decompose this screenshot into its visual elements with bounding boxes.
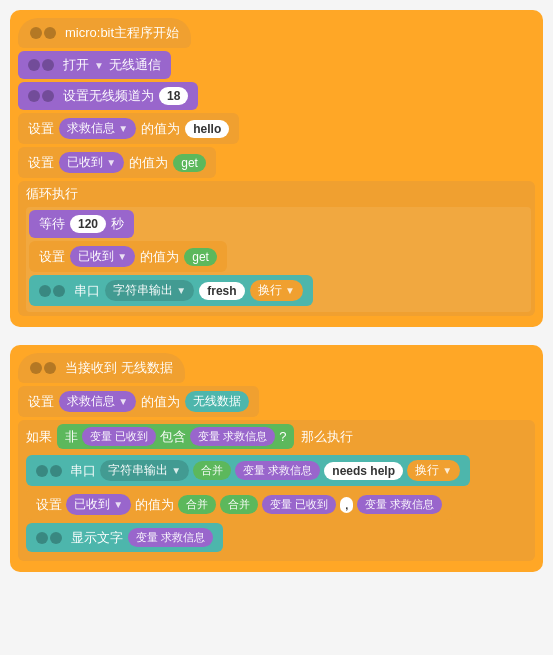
- output-dropdown2[interactable]: ▼: [171, 465, 181, 476]
- conn-dots: [36, 465, 62, 477]
- var-dropdown[interactable]: ▼: [106, 157, 116, 168]
- row1: 打开 ▼ 无线通信: [18, 51, 535, 79]
- loop-block: 循环执行 等待 120 秒 设置 已收到 ▼ 的值为: [18, 181, 535, 316]
- of-value-label2: 的值为: [135, 496, 174, 514]
- row4: 设置 已收到 ▼ 的值为 get: [18, 147, 535, 178]
- row2: 设置无线频道为 18: [18, 82, 535, 110]
- dot1: [30, 27, 42, 39]
- dot2: [42, 59, 54, 71]
- var2-pill: 变量 求救信息: [190, 427, 275, 446]
- section2: 当接收到 无线数据 设置 求救信息 ▼ 的值为 无线数据 如果 非 变量 已收到…: [10, 345, 543, 572]
- hat2-label: 当接收到 无线数据: [65, 359, 173, 377]
- set-received-block: 设置 已收到 ▼ 的值为 get: [18, 147, 216, 178]
- of-value-label: 的值为: [141, 393, 180, 411]
- set-received2-row: 设置 已收到 ▼ 的值为 合并 合并 变量 已收到 , 变量 求救信息: [26, 489, 531, 520]
- dot2: [53, 285, 65, 297]
- merge-label: 合并: [193, 461, 231, 480]
- wait-value: 120: [70, 215, 106, 233]
- newline2: 换行 ▼: [407, 460, 460, 481]
- fresh-value: fresh: [199, 282, 244, 300]
- hello-value: hello: [185, 120, 229, 138]
- then-label: 那么执行: [301, 428, 353, 446]
- section1: micro:bit主程序开始 打开 ▼ 无线通信 设置无线频道为 18 设置: [10, 10, 543, 327]
- dot2: [44, 362, 56, 374]
- hat2-block: 当接收到 无线数据: [18, 353, 185, 383]
- dropdown-arrow[interactable]: ▼: [94, 60, 104, 71]
- row3: 设置 求救信息 ▼ 的值为 hello: [18, 113, 535, 144]
- conn-dots: [39, 285, 65, 297]
- sep-value: ,: [340, 497, 353, 513]
- set-label: 设置: [28, 393, 54, 411]
- dot1: [36, 532, 48, 544]
- conn-dots: [36, 532, 62, 544]
- output-mode2: 字符串输出 ▼: [100, 460, 189, 481]
- serial-label: 串口: [74, 282, 100, 300]
- set-label: 设置: [28, 120, 54, 138]
- dot2: [42, 90, 54, 102]
- received-var2: 已收到 ▼: [66, 494, 131, 515]
- if-body: 串口 字符串输出 ▼ 合并 变量 求救信息 needs help 换行 ▼: [26, 453, 531, 557]
- of-value-label: 的值为: [141, 120, 180, 138]
- extra-dropdown2[interactable]: ▼: [442, 465, 452, 476]
- if-label: 如果: [26, 428, 52, 446]
- var-dropdown[interactable]: ▼: [118, 396, 128, 407]
- loop-header: 循环执行: [26, 185, 531, 203]
- get-value: get: [184, 248, 217, 266]
- dot1: [39, 285, 51, 297]
- needs-help-value: needs help: [324, 462, 403, 480]
- question-mark: ?: [279, 429, 286, 444]
- set-label: 设置: [36, 496, 62, 514]
- sos-var2: 变量 求救信息: [235, 461, 320, 480]
- output-mode: 字符串输出 ▼: [105, 280, 194, 301]
- dot1: [30, 362, 42, 374]
- radio-data-value: 无线数据: [185, 391, 249, 412]
- dot2: [50, 465, 62, 477]
- serial2-label: 串口: [70, 462, 96, 480]
- display-var: 变量 求救信息: [128, 528, 213, 547]
- display-row: 显示文字 变量 求救信息: [26, 523, 531, 552]
- sos-var: 求救信息 ▼: [59, 391, 136, 412]
- if-header: 如果 非 变量 已收到 包含 变量 求救信息 ? 那么执行: [26, 424, 531, 449]
- get-value: get: [173, 154, 206, 172]
- merge2-label: 合并: [220, 495, 258, 514]
- open-label: 打开: [63, 56, 89, 74]
- var-dropdown2[interactable]: ▼: [113, 499, 123, 510]
- newline-value: 换行 ▼: [250, 280, 303, 301]
- var3-sos: 变量 求救信息: [357, 495, 442, 514]
- set-channel-block: 设置无线频道为 18: [18, 82, 198, 110]
- radio-label: 无线通信: [109, 56, 161, 74]
- contains-label: 包含: [160, 428, 186, 446]
- extra-dropdown[interactable]: ▼: [285, 285, 295, 296]
- hat-label: micro:bit主程序开始: [65, 24, 179, 42]
- dot2: [44, 27, 56, 39]
- condition-block: 非 变量 已收到 包含 变量 求救信息 ?: [57, 424, 294, 449]
- dot1: [36, 465, 48, 477]
- serial-block: 串口 字符串输出 ▼ fresh 换行 ▼: [29, 275, 313, 306]
- set-label: 设置: [39, 248, 65, 266]
- var-dropdown[interactable]: ▼: [118, 123, 128, 134]
- wait-block: 等待 120 秒: [29, 210, 134, 238]
- of-value-label: 的值为: [129, 154, 168, 172]
- dot1: [28, 90, 40, 102]
- set-channel-label: 设置无线频道为: [63, 87, 154, 105]
- set-sos-block: 设置 求救信息 ▼ 的值为 hello: [18, 113, 239, 144]
- wait-row: 等待 120 秒: [29, 210, 528, 238]
- var-dropdown[interactable]: ▼: [117, 251, 127, 262]
- output-dropdown[interactable]: ▼: [176, 285, 186, 296]
- set-sos2-block: 设置 求救信息 ▼ 的值为 无线数据: [18, 386, 259, 417]
- channel-value: 18: [159, 87, 188, 105]
- serial-row: 串口 字符串输出 ▼ fresh 换行 ▼: [29, 275, 528, 306]
- loop-label: 循环执行: [26, 185, 78, 203]
- serial2-row: 串口 字符串输出 ▼ 合并 变量 求救信息 needs help 换行 ▼: [26, 455, 531, 486]
- wait-unit: 秒: [111, 215, 124, 233]
- var1-pill: 变量 已收到: [82, 427, 156, 446]
- conn-dots: [28, 90, 54, 102]
- open-radio-block: 打开 ▼ 无线通信: [18, 51, 171, 79]
- received-var: 已收到 ▼: [70, 246, 135, 267]
- hat-block: micro:bit主程序开始: [18, 18, 191, 48]
- conn-dots: [28, 59, 54, 71]
- set-received-block2: 设置 已收到 ▼ 的值为 get: [29, 241, 227, 272]
- hat2-row: 当接收到 无线数据: [18, 353, 535, 383]
- set-received-row: 设置 已收到 ▼ 的值为 get: [29, 241, 528, 272]
- wait-label: 等待: [39, 215, 65, 233]
